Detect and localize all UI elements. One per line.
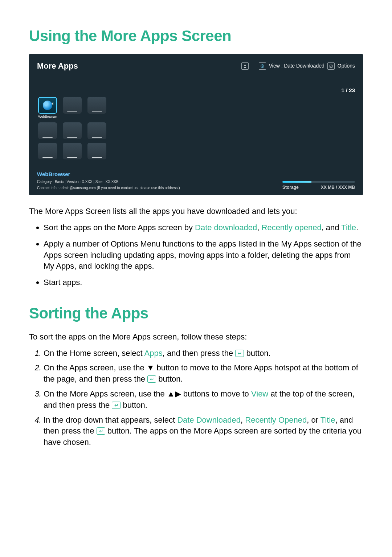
view-icon [259, 62, 266, 70]
highlight-date-downloaded: Date Downloaded [177, 415, 241, 424]
highlight-title: Title [320, 415, 335, 424]
text: On the More Apps screen, use the ▲▶ butt… [44, 389, 251, 398]
text: , [241, 415, 245, 424]
heading-sorting-apps: Sorting the Apps [29, 303, 363, 324]
screenshot-title: More Apps [37, 61, 78, 72]
svg-point-0 [244, 65, 246, 66]
enter-button-icon: ↵ [97, 427, 105, 435]
app-tile-placeholder [62, 97, 83, 119]
intro-paragraph: The More Apps Screen lists all the apps … [29, 206, 363, 217]
app-tile-placeholder [86, 143, 107, 159]
highlight-apps: Apps [144, 349, 163, 358]
enter-button-icon: ↵ [235, 350, 244, 357]
app-tile-placeholder [86, 97, 107, 119]
app-grid: WebBrowser [37, 97, 355, 160]
feature-list: Sort the apps on the More Apps screen by… [29, 222, 363, 288]
info-app-name: WebBrowser [37, 170, 180, 178]
text: button. [244, 349, 270, 358]
info-meta: Category : Basic | Version : X.XXX | Siz… [37, 179, 180, 184]
app-tile-placeholder [86, 122, 107, 139]
screenshot-header: More Apps View : Date Downloaded Options [37, 61, 355, 72]
app-label: WebBrowser [38, 114, 57, 119]
user-icon [241, 62, 249, 70]
app-tile-placeholder [62, 122, 83, 139]
svg-point-2 [262, 66, 263, 67]
step-item: On the Home screen, select Apps, and the… [44, 348, 363, 359]
view-label: View : Date Downloaded [269, 62, 324, 70]
enter-button-icon: ↵ [112, 402, 121, 409]
highlight-date-downloaded: Date downloaded [195, 223, 257, 232]
storage-label: Storage [282, 184, 299, 191]
steps-list: On the Home screen, select Apps, and the… [29, 348, 363, 448]
app-tile-placeholder [37, 122, 58, 139]
heading-using-more-apps: Using the More Apps Screen [29, 25, 363, 47]
text: On the Home screen, select [44, 349, 144, 358]
text: Sort the apps on the More Apps screen by [44, 223, 195, 232]
highlight-recently-opened: Recently Opened [245, 415, 307, 424]
options-icon [327, 62, 335, 70]
more-apps-screenshot: More Apps View : Date Downloaded Options… [29, 54, 363, 195]
app-tile-placeholder [62, 143, 83, 159]
sort-intro: To sort the apps on the More Apps screen… [29, 332, 363, 343]
text: , and then press the [163, 349, 236, 358]
text: , and [322, 223, 342, 232]
screenshot-header-right: View : Date Downloaded Options [241, 62, 355, 70]
page-count: 1 / 23 [37, 86, 355, 94]
enter-button-icon: ↵ [147, 375, 156, 383]
storage-value: XX MB / XXX MB [321, 184, 355, 191]
list-item: Start apps. [44, 277, 363, 288]
highlight-recently-opened: Recently opened [262, 223, 322, 232]
app-tile-placeholder [37, 143, 58, 159]
svg-rect-3 [330, 65, 332, 68]
globe-icon [43, 101, 52, 110]
text: , or [307, 415, 320, 424]
text: . [356, 223, 358, 232]
step-item: On the More Apps screen, use the ▲▶ butt… [44, 389, 363, 411]
list-item: Sort the apps on the More Apps screen by… [44, 222, 363, 233]
app-tile-webbrowser: WebBrowser [37, 97, 58, 119]
step-item: In the drop down that appears, select Da… [44, 415, 363, 448]
options-label: Options [338, 62, 355, 70]
text: On the Apps screen, use the ▼ button to … [44, 363, 358, 383]
text: button. [156, 374, 183, 383]
storage-info: Storage XX MB / XXX MB [282, 181, 355, 191]
highlight-title: Title [341, 223, 356, 232]
text: button. [121, 401, 147, 410]
text: , [257, 223, 261, 232]
storage-bar [282, 181, 355, 183]
screenshot-info-row: WebBrowser Category : Basic | Version : … [37, 170, 355, 191]
info-contact: Contact Info : admin@samsung.com (If you… [37, 186, 180, 190]
highlight-view: View [251, 389, 268, 398]
list-item: Apply a number of Options Menu functions… [44, 239, 363, 272]
app-info: WebBrowser Category : Basic | Version : … [37, 170, 180, 191]
step-item: On the Apps screen, use the ▼ button to … [44, 362, 363, 385]
text: In the drop down that appears, select [44, 415, 177, 424]
